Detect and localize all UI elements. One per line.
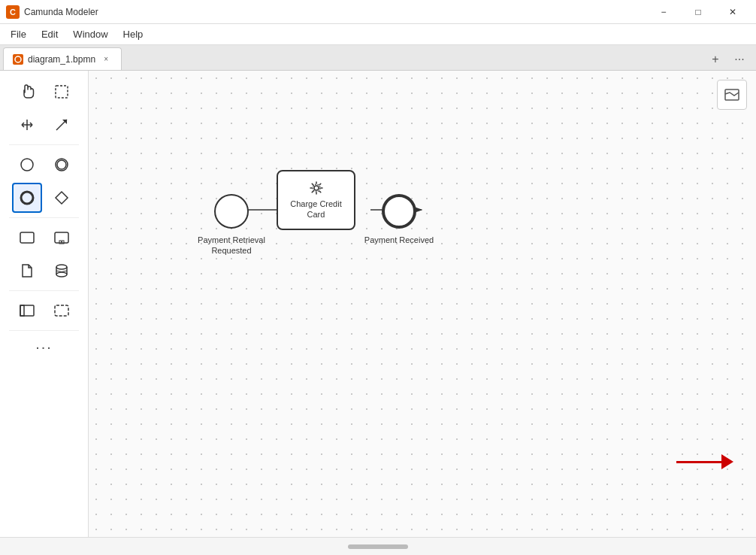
red-arrow-indicator xyxy=(676,454,733,469)
tool-row-4 xyxy=(12,183,77,213)
group-button[interactable] xyxy=(47,296,77,326)
tool-row-7 xyxy=(12,296,77,326)
main-layout: ··· xyxy=(0,71,756,537)
svg-point-33 xyxy=(314,186,319,190)
status-center xyxy=(24,544,732,549)
menu-help[interactable]: Help xyxy=(116,26,151,43)
hand-tool-button[interactable] xyxy=(12,77,42,107)
end-event-label: Payment Received xyxy=(361,235,437,245)
toolbar-divider-3 xyxy=(9,290,80,291)
gateway-button[interactable] xyxy=(47,183,77,213)
tool-row-6 xyxy=(12,256,77,286)
tab-label: diagram_1.bpmn xyxy=(28,54,95,65)
tab-file-icon xyxy=(13,54,23,65)
start-event-label: Payment Retrieval Requested xyxy=(194,235,269,256)
tool-row-2 xyxy=(12,110,77,140)
svg-rect-26 xyxy=(20,305,24,316)
window-controls: − □ ✕ xyxy=(646,0,750,24)
svg-rect-28 xyxy=(725,89,739,100)
svg-point-24 xyxy=(56,272,67,277)
statusbar xyxy=(0,537,756,555)
menubar: File Edit Window Help xyxy=(0,24,756,45)
end-event-button[interactable] xyxy=(12,183,42,213)
svg-rect-25 xyxy=(20,305,34,316)
subprocess-button[interactable] xyxy=(47,223,77,253)
minimize-button[interactable]: − xyxy=(646,0,681,24)
end-event[interactable] xyxy=(380,193,418,233)
menu-window[interactable]: Window xyxy=(65,26,115,43)
toolbar: ··· xyxy=(0,71,89,537)
start-event[interactable] xyxy=(213,193,250,233)
add-tab-button[interactable]: + xyxy=(705,49,726,70)
menu-edit[interactable]: Edit xyxy=(34,26,65,43)
menu-file[interactable]: File xyxy=(3,26,34,43)
svg-point-0 xyxy=(15,56,21,62)
tool-row-3 xyxy=(12,150,77,180)
data-store-button[interactable] xyxy=(47,256,77,286)
svg-point-11 xyxy=(21,159,33,171)
close-button[interactable]: ✕ xyxy=(715,0,750,24)
space-tool-button[interactable] xyxy=(12,110,42,140)
close-tab-button[interactable]: × xyxy=(100,53,112,65)
tabbar: diagram_1.bpmn × + ··· xyxy=(0,45,756,71)
svg-point-13 xyxy=(57,160,66,169)
svg-point-14 xyxy=(21,192,33,204)
start-event-button[interactable] xyxy=(12,150,42,180)
app-title: Camunda Modeler xyxy=(24,7,646,17)
connect-tool-button[interactable] xyxy=(47,110,77,140)
lasso-tool-button[interactable] xyxy=(47,77,77,107)
more-tools-button[interactable]: ··· xyxy=(28,335,60,359)
intermediate-event-button[interactable] xyxy=(47,150,77,180)
bpmn-canvas[interactable]: Payment Retrieval Requested Charge Credi… xyxy=(89,71,756,537)
more-tabs-button[interactable]: ··· xyxy=(729,49,750,70)
svg-point-35 xyxy=(383,196,415,227)
toolbar-divider-4 xyxy=(9,330,80,331)
svg-rect-1 xyxy=(56,86,68,98)
maximize-button[interactable]: □ xyxy=(681,0,715,24)
titlebar: C Camunda Modeler − □ ✕ xyxy=(0,0,756,24)
task-label: Charge CreditCard xyxy=(290,199,341,220)
svg-point-21 xyxy=(56,265,67,269)
minimap-button[interactable] xyxy=(717,80,747,110)
horizontal-scrollbar[interactable] xyxy=(348,544,408,549)
app-icon: C xyxy=(6,5,20,19)
svg-rect-16 xyxy=(20,232,34,243)
task-button[interactable] xyxy=(12,223,42,253)
data-object-button[interactable] xyxy=(12,256,42,286)
toolbar-divider-2 xyxy=(9,217,80,218)
svg-point-32 xyxy=(215,195,248,228)
tool-row-5 xyxy=(12,223,77,253)
svg-rect-27 xyxy=(55,305,68,316)
charge-credit-card-task[interactable]: Charge CreditCard xyxy=(277,170,355,230)
toolbar-divider-1 xyxy=(9,144,80,145)
tabbar-actions: + ··· xyxy=(705,49,756,70)
tool-row-1 xyxy=(12,77,77,107)
svg-marker-15 xyxy=(56,192,68,204)
pool-button[interactable] xyxy=(12,296,42,326)
diagram-tab[interactable]: diagram_1.bpmn × xyxy=(3,47,122,70)
